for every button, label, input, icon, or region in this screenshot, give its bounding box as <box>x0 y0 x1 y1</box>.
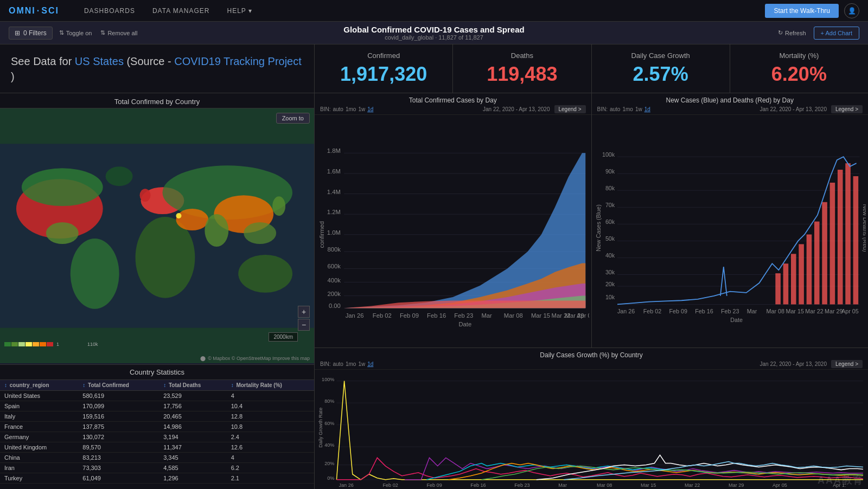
svg-text:Mar: Mar <box>481 312 492 319</box>
nav-dashboards[interactable]: DASHBOARDS <box>75 0 144 22</box>
svg-text:800k: 800k <box>327 246 341 253</box>
svg-text:1.6M: 1.6M <box>327 168 341 175</box>
bin-auto[interactable]: auto <box>333 106 343 112</box>
dg-bin-1mo[interactable]: 1mo <box>346 361 356 367</box>
nc-bin-auto[interactable]: auto <box>610 106 620 112</box>
svg-text:Mar 15: Mar 15 <box>531 312 550 319</box>
svg-text:Feb 09: Feb 09 <box>669 308 687 314</box>
zoom-to-button[interactable]: Zoom to <box>276 113 310 124</box>
confirmed-date-range: Jan 22, 2020 - Apr 13, 2020 <box>483 106 550 112</box>
table-row[interactable]: China 83,213 3,345 4 <box>0 453 314 463</box>
svg-text:1.2M: 1.2M <box>327 209 341 215</box>
daily-growth-label: Daily Case Growth <box>631 52 690 60</box>
nav-data-manager[interactable]: DATA MANAGER <box>144 0 219 22</box>
svg-text:60%: 60% <box>324 421 334 426</box>
bin-label2: BIN: <box>597 106 608 112</box>
toggle-on-action[interactable]: ⇅ Toggle on <box>59 29 92 36</box>
confirmed-stat: Confirmed 1,917,320 <box>315 44 453 93</box>
map-container[interactable]: Zoom to + − 2000km <box>0 108 314 363</box>
bin-1w[interactable]: 1w <box>358 106 365 112</box>
table-row[interactable]: Turkey 61,049 1,296 2.1 <box>0 473 314 484</box>
table-row[interactable]: Italy 159,516 20,465 12.8 <box>0 411 314 422</box>
map-scale: 2000km <box>269 332 298 342</box>
svg-text:100k: 100k <box>602 151 615 158</box>
svg-text:confirmed: confirmed <box>318 221 325 248</box>
bin-1mo[interactable]: 1mo <box>346 106 356 112</box>
nc-bin-1w[interactable]: 1w <box>635 106 642 112</box>
col-deaths[interactable]: ↕ Total Deaths <box>159 380 226 391</box>
cell-mortality: 4 <box>227 453 314 463</box>
zoom-out-button[interactable]: − <box>298 319 310 331</box>
daily-growth-bin-controls: BIN: auto 1mo 1w 1d <box>320 361 373 367</box>
cell-country: Iran <box>0 463 78 473</box>
table-row[interactable]: United Kingdom 89,570 11,347 12.6 <box>0 442 314 453</box>
svg-text:Mar 29: Mar 29 <box>729 482 744 488</box>
svg-text:Date: Date <box>458 321 471 327</box>
table-row[interactable]: United States 580,619 23,529 4 <box>0 391 314 401</box>
daily-growth-value: 2.57% <box>633 63 688 86</box>
dg-bin-auto[interactable]: auto <box>333 361 343 367</box>
bin-label: BIN: <box>320 106 330 112</box>
col-country[interactable]: ↕ country_region <box>0 380 78 391</box>
table-row[interactable]: France 137,875 14,986 10.8 <box>0 422 314 432</box>
cell-deaths: 14,986 <box>159 422 226 432</box>
refresh-button[interactable]: ↻ Refresh <box>778 29 806 36</box>
col-confirmed[interactable]: ↕ Total Confirmed <box>78 380 159 391</box>
dg-bin-1w[interactable]: 1w <box>358 361 365 367</box>
svg-text:80%: 80% <box>324 398 334 404</box>
svg-text:Feb 23: Feb 23 <box>454 312 473 319</box>
user-icon[interactable]: 👤 <box>844 3 859 18</box>
daily-growth-chart-title: Daily Cases Growth (%) by Country <box>320 351 863 359</box>
svg-text:60k: 60k <box>605 218 615 225</box>
confirmed-value: 1,917,320 <box>340 63 427 86</box>
filter-actions: ⇅ Toggle on ⇅ Remove all <box>59 29 138 36</box>
daily-growth-chart-body: 100% 80% 60% 40% 20% 0% Daily Growth Rat… <box>315 370 868 489</box>
svg-text:New Deaths (Red): New Deaths (Red) <box>861 204 866 252</box>
tracking-project-link[interactable]: COVID19 Tracking Project <box>174 55 302 67</box>
cell-mortality: 12.8 <box>227 411 314 422</box>
daily-growth-legend-button[interactable]: Legend > <box>831 360 863 368</box>
table-section: Country Statistics ↕ country_region ↕ To… <box>0 364 314 489</box>
svg-point-16 <box>176 213 181 218</box>
start-walkthr-button[interactable]: Start the Walk-Thru <box>765 4 839 18</box>
svg-text:Feb 02: Feb 02 <box>643 308 661 314</box>
cell-mortality: 2.4 <box>227 432 314 442</box>
cell-country: United States <box>0 391 78 401</box>
cell-deaths: 11,347 <box>159 442 226 453</box>
svg-text:Apr 05: Apr 05 <box>773 482 787 488</box>
mapbox-credit: ⬤ © Mapbox © OpenStreetMap Improve this … <box>200 356 310 361</box>
nav-help[interactable]: HELP ▾ <box>219 0 261 22</box>
nc-bin-1mo[interactable]: 1mo <box>622 106 633 112</box>
col-mortality[interactable]: ↕ Mortality Rate (%) <box>227 380 314 391</box>
zoom-in-button[interactable]: + <box>298 306 310 318</box>
svg-text:Feb 02: Feb 02 <box>382 482 398 488</box>
add-chart-button[interactable]: + Add Chart <box>814 27 859 40</box>
svg-text:New Cases (Blue): New Cases (Blue) <box>595 204 601 252</box>
us-states-link[interactable]: US States <box>75 55 124 67</box>
confirmed-chart-svg: 1.8M 1.6M 1.4M 1.2M 1.0M 800k 600k 400k … <box>317 117 589 345</box>
page-title: Global Confirmed COVID-19 Cases and Spre… <box>343 25 524 34</box>
svg-text:80k: 80k <box>605 185 615 191</box>
map-legend: 1 110k <box>4 342 98 347</box>
nc-bin-1d[interactable]: 1d <box>644 106 650 112</box>
new-cases-legend-button[interactable]: Legend > <box>831 105 863 113</box>
confirmed-legend-button[interactable]: Legend > <box>554 105 586 113</box>
dg-bin-1d[interactable]: 1d <box>367 361 373 367</box>
svg-text:40%: 40% <box>324 442 334 448</box>
table-row[interactable]: Germany 130,072 3,194 2.4 <box>0 432 314 442</box>
daily-growth-date-range: Jan 22, 2020 - Apr 13, 2020 <box>760 361 827 367</box>
svg-text:Mar 08: Mar 08 <box>766 308 784 314</box>
svg-text:50k: 50k <box>605 235 615 242</box>
svg-text:Feb 09: Feb 09 <box>400 312 419 319</box>
table-title: Country Statistics <box>0 365 314 380</box>
table-row[interactable]: Spain 170,099 17,756 10.4 <box>0 401 314 411</box>
bin-1d[interactable]: 1d <box>367 106 373 112</box>
filters-button[interactable]: ⊞ 0 Filters <box>9 27 53 40</box>
remove-all-action[interactable]: ⇅ Remove all <box>100 29 137 36</box>
bin-label3: BIN: <box>320 361 330 367</box>
svg-text:Jan 26: Jan 26 <box>346 312 364 319</box>
cell-confirmed: 137,875 <box>78 422 159 432</box>
daily-growth-chart-section: Daily Cases Growth (%) by Country BIN: a… <box>315 348 868 489</box>
table-row[interactable]: Iran 73,303 4,585 6.2 <box>0 463 314 473</box>
cell-confirmed: 170,099 <box>78 401 159 411</box>
